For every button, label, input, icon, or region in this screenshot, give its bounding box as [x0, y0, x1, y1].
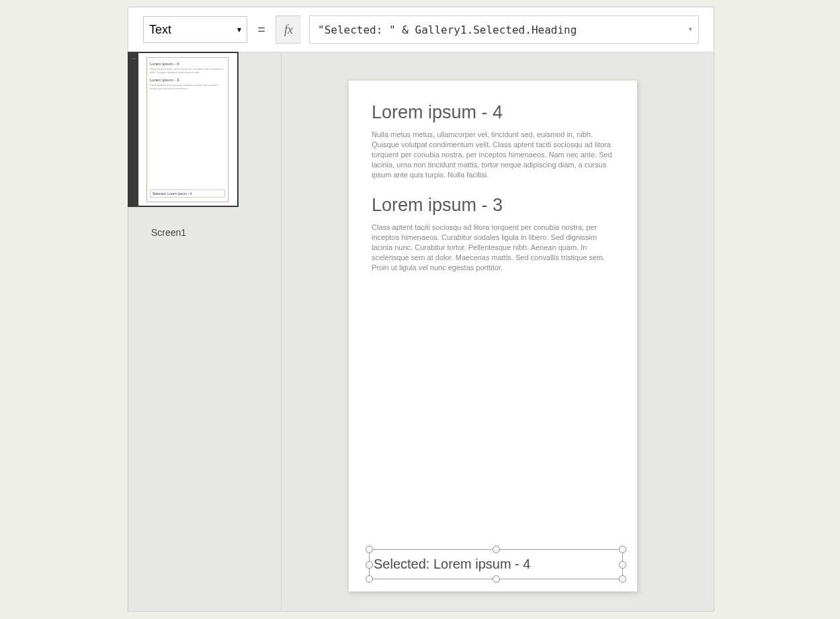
resize-handle-tr[interactable]: [619, 546, 626, 553]
formula-text: "Selected: " & Gallery1.Selected.Heading: [318, 24, 577, 36]
screen-name-label[interactable]: Screen1: [151, 227, 281, 238]
fx-icon: fx: [276, 15, 301, 44]
thumbnail-sidebar-dots: ...: [129, 53, 138, 206]
thumb-heading-1: Lorem ipsum - 4: [150, 62, 225, 66]
resize-handle-bl[interactable]: [366, 575, 373, 583]
app-frame: Text ▾ = fx "Selected: " & Gallery1.Sele…: [128, 7, 714, 612]
gallery[interactable]: Lorem ipsum - 4 Nulla metus metus, ullam…: [349, 81, 637, 273]
thumb-body-1: Nulla metus metus, ullamcorper vel, tinc…: [150, 67, 225, 74]
canvas-area[interactable]: Lorem ipsum - 4 Nulla metus metus, ullam…: [282, 52, 714, 611]
selected-label-text: Selected: Lorem ipsum - 4: [374, 556, 530, 572]
thumb-body-2: Class aptent taciti sociosqu ad litora t…: [150, 83, 225, 90]
screen-thumbnail[interactable]: ... Lorem ipsum - 4 Nulla metus metus, u…: [128, 52, 239, 207]
thumb-heading-2: Lorem ipsum - 3: [150, 78, 225, 82]
thumb-selected-box: Selected: Lorem ipsum - 4: [150, 190, 225, 198]
thumbnail-canvas: Lorem ipsum - 4 Nulla metus metus, ullam…: [146, 57, 228, 202]
gallery-body: Class aptent taciti sociosqu ad litora t…: [372, 222, 614, 273]
resize-handle-mr[interactable]: [619, 561, 626, 569]
property-dropdown-label: Text: [149, 23, 171, 37]
formula-input[interactable]: "Selected: " & Gallery1.Selected.Heading…: [309, 15, 699, 44]
tree-pane: ... Lorem ipsum - 4 Nulla metus metus, u…: [128, 52, 282, 611]
resize-handle-ml[interactable]: [366, 561, 373, 569]
resize-handle-tl[interactable]: [366, 546, 373, 553]
gallery-heading: Lorem ipsum - 4: [372, 102, 614, 123]
expand-formula-icon[interactable]: ▾: [688, 24, 693, 34]
gallery-heading: Lorem ipsum - 3: [372, 195, 614, 216]
property-dropdown[interactable]: Text ▾: [143, 16, 247, 43]
resize-handle-tm[interactable]: [493, 546, 500, 553]
fx-label: fx: [284, 23, 293, 37]
phone-canvas[interactable]: Lorem ipsum - 4 Nulla metus metus, ullam…: [349, 81, 637, 591]
gallery-body: Nulla metus metus, ullamcorper vel, tinc…: [372, 130, 614, 180]
formula-bar: Text ▾ = fx "Selected: " & Gallery1.Sele…: [128, 7, 714, 52]
selected-label-control[interactable]: Selected: Lorem ipsum - 4: [369, 549, 623, 579]
equals-icon: =: [255, 22, 267, 38]
resize-handle-bm[interactable]: [493, 575, 500, 583]
screen-thumbnail-wrap: ... Lorem ipsum - 4 Nulla metus metus, u…: [128, 52, 281, 207]
resize-handle-br[interactable]: [619, 575, 626, 583]
workspace: ... Lorem ipsum - 4 Nulla metus metus, u…: [128, 52, 714, 611]
gallery-item[interactable]: Lorem ipsum - 4 Nulla metus metus, ullam…: [372, 102, 614, 180]
gallery-item[interactable]: Lorem ipsum - 3 Class aptent taciti soci…: [372, 195, 614, 273]
chevron-down-icon: ▾: [237, 25, 241, 34]
